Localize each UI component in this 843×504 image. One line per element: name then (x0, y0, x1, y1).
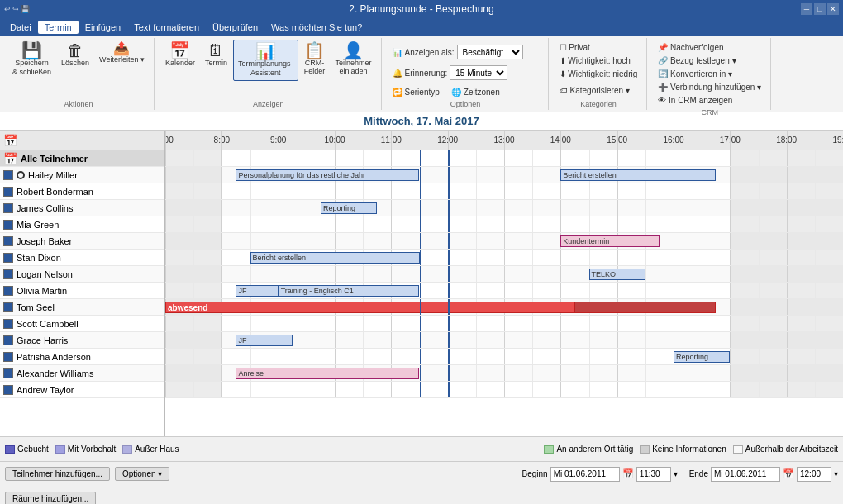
event-block[interactable]: Personalplanung für das restliche Jahr (236, 169, 419, 181)
event-block[interactable]: Reporting (674, 351, 730, 363)
title-bar: ↩ ↪ 💾 2. Planungsrunde - Besprechung ─ □… (0, 0, 843, 18)
timeline-row-0 (165, 150, 843, 167)
names-panel: 📅 📅Alle TeilnehmerHailey MillerRobert Bo… (0, 131, 165, 436)
legend-keine-info: Keine Informationen (640, 445, 726, 454)
legend-mit-vorbehalt: Mit Vorbehalt (55, 445, 116, 454)
timeline-row-10 (165, 316, 843, 332)
undo-icon[interactable]: ↩ (4, 5, 11, 13)
event-block[interactable] (574, 302, 716, 313)
participant-row-9: Tom Seel (0, 299, 164, 316)
participant-row-0: 📅Alle Teilnehmer (0, 150, 164, 167)
teilnehmer-einladen-button[interactable]: 👤 Teilnehmereinladen (331, 40, 376, 78)
menu-termin[interactable]: Termin (38, 21, 79, 34)
save-quick-icon[interactable]: 💾 (21, 5, 30, 13)
menu-einfuegen[interactable]: Einfügen (79, 21, 127, 34)
timeline-panel: 7:008:009:0010:0011:0012:0013:0014:0015:… (165, 131, 843, 436)
end-date-cal-icon[interactable]: 📅 (783, 468, 794, 479)
erinnerung-select[interactable]: 🔔Erinnerung: 15 Minuten (388, 64, 527, 82)
participant-row-10: Scott Campbell (0, 316, 164, 332)
scheduler: 📅 📅Alle TeilnehmerHailey MillerRobert Bo… (0, 131, 843, 436)
close-button[interactable]: ✕ (827, 3, 839, 15)
kalender-button[interactable]: 📅 Kalender (161, 40, 199, 69)
privat-checkbox[interactable]: ☐ Privat (555, 41, 642, 54)
participant-row-11: Grace Harris (0, 332, 164, 349)
timeline-row-5: Kundentermin (165, 233, 843, 250)
termin-button[interactable]: 🗓 Termin (201, 40, 231, 69)
end-time-input[interactable] (797, 467, 831, 482)
menu-bar: Datei Termin Einfügen Text formatieren Ü… (0, 18, 843, 36)
event-block[interactable]: abwesend (165, 302, 574, 313)
begin-label: Beginn (522, 469, 548, 478)
participant-row-13: Alexander Williams (0, 365, 164, 382)
menu-uberpruefen[interactable]: Überprüfen (206, 21, 264, 34)
save-close-button[interactable]: 💾 Speichern& schließen (8, 40, 55, 79)
wichtigkeit-niedrig[interactable]: ⬇ Wichtigkeit: niedrig (555, 68, 642, 80)
serientyp-button[interactable]: 🔁Serientyp (388, 86, 444, 98)
begin-date-cal-icon[interactable]: 📅 (622, 468, 634, 479)
participant-row-3: James Collins (0, 200, 164, 216)
participant-row-6: Stan Dixon (0, 250, 164, 266)
nachverfolgen-button[interactable]: 📌 Nachverfolgen (654, 41, 765, 54)
participant-row-14: Andrew Taylor (0, 382, 164, 398)
end-label: Ende (689, 469, 708, 478)
menu-datei[interactable]: Datei (3, 21, 38, 34)
event-block[interactable]: Kundentermin (560, 235, 660, 247)
timeline-row-4 (165, 216, 843, 233)
verbindung-button[interactable]: ➕ Verbindung hinzufügen ▾ (654, 81, 765, 93)
timeline-row-8: JFTraining - Englisch C1 (165, 283, 843, 299)
timeline-rows: Personalplanung für das restliche JahrBe… (165, 150, 843, 436)
zeitzonen-button[interactable]: 🌐Zeitzonen (447, 86, 504, 98)
begin-date-input[interactable] (550, 467, 620, 482)
names-header-icon: 📅 (3, 134, 17, 147)
ribbon-group-crm: 📌 Nachverfolgen 🔗 Bezug festlegen ▾ 🔄 Ko… (649, 38, 771, 110)
timeline-row-1: Personalplanung für das restliche JahrBe… (165, 167, 843, 183)
add-participant-button[interactable]: Teilnehmer hinzufügen... (5, 467, 110, 481)
ribbon-group-optionen: 📊Anzeigen als: Beschäftigt 🔔Erinnerung: … (383, 38, 549, 110)
participant-row-7: Logan Nelson (0, 266, 164, 283)
event-block[interactable]: JF (236, 285, 278, 297)
event-block[interactable]: Training - Englisch C1 (279, 285, 420, 297)
participant-row-1: Hailey Miller (0, 167, 164, 183)
event-block[interactable]: Reporting (321, 202, 377, 214)
delete-button[interactable]: 🗑 Löschen (57, 40, 93, 69)
kategorisieren-button[interactable]: 🏷Kategorisieren ▾ (555, 84, 642, 97)
begin-time-arrow[interactable]: ▾ (674, 469, 678, 478)
anzeigen-als-select[interactable]: 📊Anzeigen als: Beschäftigt (388, 43, 527, 61)
second-bottom-bar: Räume hinzufügen... (0, 486, 843, 504)
legend-ausserhalb: Außerhalb der Arbeitszeit (733, 445, 838, 454)
konvertieren-button[interactable]: 🔄 Konvertieren in ▾ (654, 68, 765, 80)
redo-icon[interactable]: ↪ (12, 5, 19, 13)
maximize-button[interactable]: □ (814, 3, 826, 15)
minimize-button[interactable]: ─ (801, 3, 812, 15)
timeline-row-13: Anreise (165, 365, 843, 382)
crm-felder-button[interactable]: 📋 CRM-Felder (300, 40, 330, 78)
menu-search[interactable]: Was möchten Sie tun? (264, 21, 369, 34)
options-button[interactable]: Optionen ▾ (115, 467, 169, 481)
wichtigkeit-hoch[interactable]: ⬆ Wichtigkeit: hoch (555, 55, 642, 67)
ribbon-group-anzeigen: 📅 Kalender 🗓 Termin 📊 Terminplanungs-Ass… (156, 38, 382, 110)
ribbon-group-kategorien: ☐ Privat ⬆ Wichtigkeit: hoch ⬇ Wichtigke… (550, 38, 648, 110)
end-date-input[interactable] (711, 467, 780, 482)
bottom-bar: Teilnehmer hinzufügen... Optionen ▾ Begi… (0, 461, 843, 486)
end-time-arrow[interactable]: ▾ (834, 469, 838, 478)
event-block[interactable]: Bericht erstellen (560, 169, 716, 181)
names-header: 📅 (0, 131, 164, 150)
event-block[interactable]: JF (236, 335, 292, 346)
ribbon: 💾 Speichern& schließen 🗑 Löschen 📤 Weite… (0, 36, 843, 112)
time-label-700: 7:00 (165, 136, 174, 145)
participant-row-12: Patrisha Anderson (0, 349, 164, 365)
time-label-1900: 19:00 (832, 136, 843, 145)
timeline-row-12: Reporting (165, 349, 843, 365)
begin-time-input[interactable] (636, 467, 671, 482)
add-room-button[interactable]: Räume hinzufügen... (5, 492, 96, 505)
terminplanung-button[interactable]: 📊 Terminplanungs-Assistent (233, 40, 298, 81)
bezug-button[interactable]: 🔗 Bezug festlegen ▾ (654, 55, 765, 67)
forward-button[interactable]: 📤 Weiterleiten ▾ (95, 40, 149, 66)
timeline-row-9: abwesend (165, 299, 843, 316)
window-title: 2. Planungsrunde - Besprechung (349, 3, 493, 15)
menu-text-formatieren[interactable]: Text formatieren (127, 21, 206, 34)
event-block[interactable]: TELKO (589, 269, 645, 280)
crm-anzeigen-button[interactable]: 👁 In CRM anzeigen (654, 94, 765, 107)
event-block[interactable]: Anreise (236, 368, 419, 379)
event-block[interactable]: Bericht erstellen (250, 252, 420, 264)
